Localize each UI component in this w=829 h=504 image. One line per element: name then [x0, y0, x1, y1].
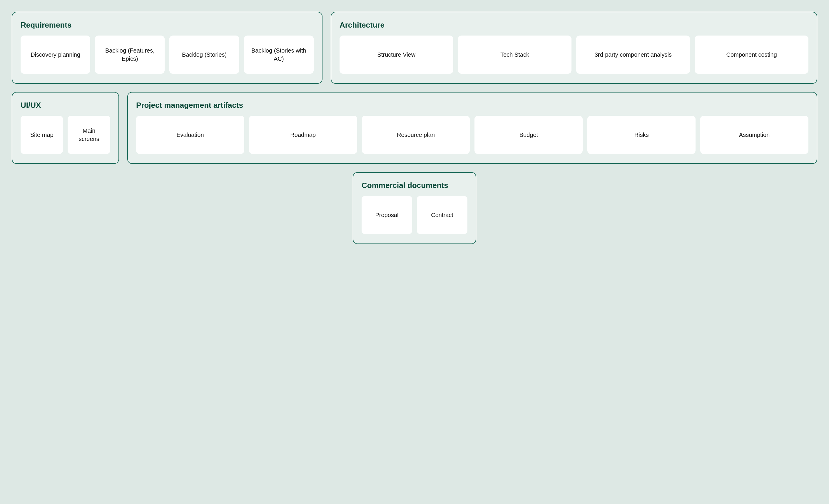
- row-2: UI/UX Site map Main screens Project mana…: [12, 92, 817, 164]
- uiux-cards: Site map Main screens: [21, 116, 110, 154]
- card-proposal[interactable]: Proposal: [362, 196, 412, 234]
- card-structure-view[interactable]: Structure View: [339, 36, 453, 74]
- card-assumption[interactable]: Assumption: [700, 116, 808, 154]
- card-backlog-stories-ac[interactable]: Backlog (Stories with AC): [244, 36, 314, 74]
- commercial-group: Commercial documents Proposal Contract: [353, 172, 476, 244]
- requirements-title: Requirements: [21, 21, 314, 30]
- requirements-cards: Discovery planning Backlog (Features, Ep…: [21, 36, 314, 74]
- architecture-cards: Structure View Tech Stack 3rd-party comp…: [339, 36, 808, 74]
- card-budget[interactable]: Budget: [474, 116, 583, 154]
- row-1: Requirements Discovery planning Backlog …: [12, 12, 817, 84]
- commercial-title: Commercial documents: [362, 181, 467, 190]
- architecture-group: Architecture Structure View Tech Stack 3…: [331, 12, 817, 84]
- card-backlog-stories[interactable]: Backlog (Stories): [169, 36, 239, 74]
- card-discovery-planning[interactable]: Discovery planning: [21, 36, 90, 74]
- card-main-screens[interactable]: Main screens: [68, 116, 110, 154]
- uiux-title: UI/UX: [21, 101, 110, 110]
- card-contract[interactable]: Contract: [417, 196, 467, 234]
- commercial-cards: Proposal Contract: [362, 196, 467, 234]
- row-3: Commercial documents Proposal Contract: [12, 172, 817, 244]
- requirements-group: Requirements Discovery planning Backlog …: [12, 12, 323, 84]
- card-tech-stack[interactable]: Tech Stack: [458, 36, 572, 74]
- card-evaluation[interactable]: Evaluation: [136, 116, 244, 154]
- card-site-map[interactable]: Site map: [21, 116, 63, 154]
- pm-title: Project management artifacts: [136, 101, 808, 110]
- card-risks[interactable]: Risks: [587, 116, 695, 154]
- card-component-costing[interactable]: Component costing: [695, 36, 808, 74]
- card-backlog-features-epics[interactable]: Backlog (Features, Epics): [95, 36, 165, 74]
- pm-cards: Evaluation Roadmap Resource plan Budget …: [136, 116, 808, 154]
- pm-group: Project management artifacts Evaluation …: [127, 92, 817, 164]
- card-roadmap[interactable]: Roadmap: [249, 116, 357, 154]
- card-3rd-party[interactable]: 3rd-party component analysis: [576, 36, 690, 74]
- card-resource-plan[interactable]: Resource plan: [362, 116, 470, 154]
- architecture-title: Architecture: [339, 21, 808, 30]
- uiux-group: UI/UX Site map Main screens: [12, 92, 119, 164]
